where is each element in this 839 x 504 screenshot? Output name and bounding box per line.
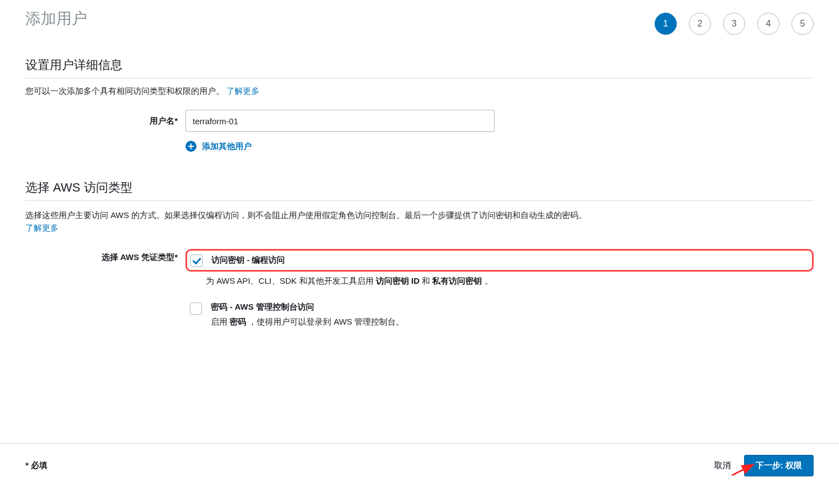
- step-4[interactable]: 4: [757, 13, 779, 35]
- page-title: 添加用户: [25, 8, 87, 29]
- next-button[interactable]: 下一步: 权限: [744, 455, 814, 476]
- cancel-button[interactable]: 取消: [714, 460, 731, 471]
- credential-type-label: 选择 AWS 凭证类型*: [25, 249, 185, 263]
- step-3[interactable]: 3: [723, 13, 745, 35]
- option-password-title: 密码 - AWS 管理控制台访问: [211, 302, 314, 311]
- username-label: 用户名*: [25, 116, 185, 126]
- learn-more-link[interactable]: 了解更多: [226, 86, 259, 96]
- plus-circle-icon: [185, 141, 197, 152]
- details-desc-text: 您可以一次添加多个具有相同访问类型和权限的用户。: [25, 86, 224, 96]
- access-learn-more-link[interactable]: 了解更多: [25, 223, 814, 234]
- option-password-desc: 启用 密码 ，使得用户可以登录到 AWS 管理控制台。: [211, 316, 404, 328]
- add-another-user-label: 添加其他用户: [202, 141, 252, 152]
- section-access-type-desc: 选择这些用户主要访问 AWS 的方式。如果选择仅编程访问，则不会阻止用户使用假定…: [25, 209, 814, 222]
- step-1[interactable]: 1: [655, 13, 677, 35]
- option-access-key-desc: 为 AWS API、CLI、SDK 和其他开发工具启用 访问密钥 ID 和 私有…: [206, 275, 814, 288]
- option-access-key-title: 访问密钥 - 编程访问: [211, 255, 285, 266]
- checkbox-access-key[interactable]: [190, 254, 203, 267]
- section-access-type-title: 选择 AWS 访问类型: [25, 179, 814, 201]
- wizard-steps: 1 2 3 4 5: [655, 8, 814, 35]
- option-access-key-highlight: 访问密钥 - 编程访问: [185, 249, 814, 272]
- footer-bar: * 必填 取消 下一步: 权限: [0, 443, 839, 476]
- username-input[interactable]: [185, 110, 495, 132]
- svg-rect-1: [188, 146, 194, 147]
- step-2[interactable]: 2: [689, 13, 711, 35]
- checkbox-password[interactable]: [190, 303, 202, 315]
- section-user-details-title: 设置用户详细信息: [25, 57, 814, 78]
- section-user-details-desc: 您可以一次添加多个具有相同访问类型和权限的用户。 了解更多: [25, 86, 814, 97]
- step-5[interactable]: 5: [792, 13, 814, 35]
- add-another-user-button[interactable]: 添加其他用户: [185, 141, 814, 152]
- required-note: * 必填: [25, 460, 47, 471]
